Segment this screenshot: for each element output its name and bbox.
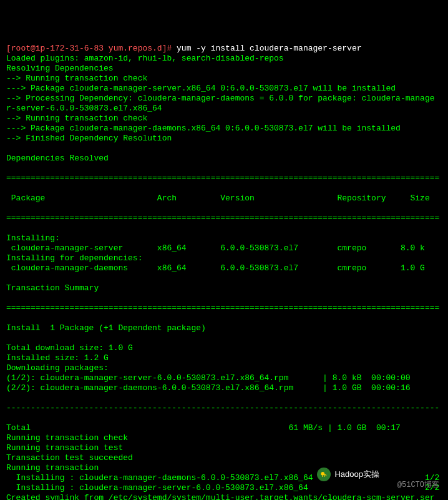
table-rows: Installing: cloudera-manager-server x86_… (6, 233, 442, 293)
dash-sep: ----------------------------------------… (6, 403, 442, 413)
shell-prompt: [root@ip-172-31-6-83 yum.repos.d]# yum -… (6, 44, 362, 53)
watermark-text: @51CTO博客 (397, 480, 439, 490)
yum-preamble: Loaded plugins: amazon-id, rhui-lb, sear… (6, 54, 442, 164)
table-sep-top: ========================================… (6, 174, 442, 184)
elephant-icon (317, 468, 331, 481)
post-block: Total 61 MB/s | 1.0 GB 00:17 Running tra… (6, 423, 442, 500)
channel-badge: Hadoop实操 (317, 468, 379, 481)
table-header: Package Arch Version Repository Size (6, 194, 442, 203)
prompt-user-host: [root@ip-172-31-6-83 yum.repos.d]# (6, 44, 172, 53)
badge-label: Hadoop实操 (334, 469, 379, 479)
summary-block: Install 1 Package (+1 Dependent package)… (6, 323, 442, 393)
table-sep-mid: ========================================… (6, 213, 442, 223)
table-sep-bot: ========================================… (6, 303, 442, 313)
prompt-command: yum -y install cloudera-manager-server (177, 44, 361, 53)
